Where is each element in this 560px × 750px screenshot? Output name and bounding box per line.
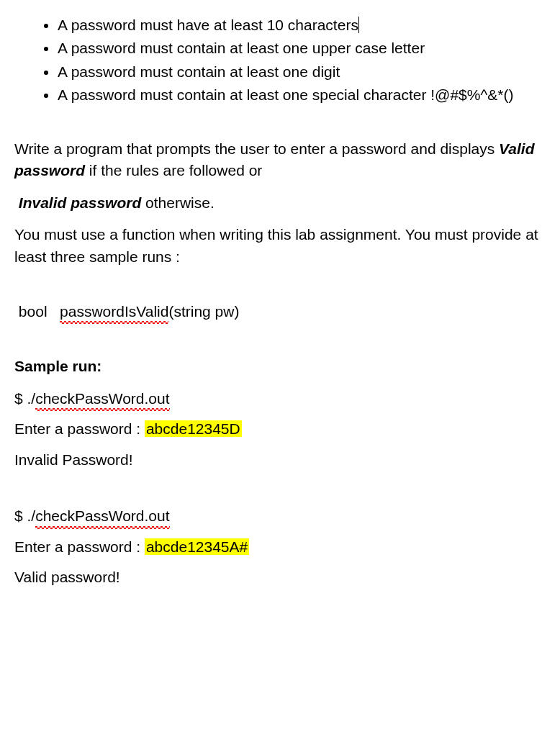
rule-text: A password must have at least 10 charact… <box>58 17 358 33</box>
instruction-paragraph-2: Invalid password otherwise. <box>14 192 546 214</box>
fn-return-type: bool <box>19 303 48 320</box>
invalid-password-label: Invalid password <box>19 194 141 211</box>
sample-run-heading: Sample run: <box>14 356 546 377</box>
text-cursor <box>358 17 359 33</box>
result-line: Valid password! <box>14 566 546 588</box>
password-input: abcde12345D <box>145 420 242 437</box>
prompt-label: Enter a password : <box>14 538 145 555</box>
cmd-prefix: $ ./ <box>14 507 35 524</box>
instruction-paragraph-1: Write a program that prompts the user to… <box>14 138 546 182</box>
instruction-text: Write a program that prompts the user to… <box>14 140 499 157</box>
function-requirement: You must use a function when writing thi… <box>14 224 546 268</box>
command-line: $ ./checkPassWord.out <box>14 505 546 527</box>
function-signature: bool passwordIsValid(string pw) <box>14 301 546 322</box>
result-line: Invalid Password! <box>14 449 546 471</box>
sample-run-block: $ ./checkPassWord.out Enter a password :… <box>14 388 546 471</box>
rule-text: A password must contain at least one dig… <box>58 63 340 80</box>
password-rules-list: A password must have at least 10 charact… <box>14 14 546 107</box>
instruction-text: if the rules are followed or <box>85 162 262 179</box>
rule-item: A password must contain at least one dig… <box>58 61 546 83</box>
executable-name: checkPassWord.out <box>35 388 169 410</box>
sample-run-block: $ ./checkPassWord.out Enter a password :… <box>14 505 546 588</box>
rule-item: A password must contain at least one upp… <box>58 37 546 59</box>
command-line: $ ./checkPassWord.out <box>14 388 546 410</box>
cmd-prefix: $ ./ <box>14 390 35 407</box>
rule-text: A password must contain at least one upp… <box>58 40 425 56</box>
prompt-label: Enter a password : <box>14 420 145 437</box>
password-input: abcde12345A# <box>145 538 249 555</box>
rule-item: A password must contain at least one spe… <box>58 84 546 106</box>
fn-name: passwordIsValid <box>60 301 168 322</box>
fn-params: (string pw) <box>168 303 239 320</box>
password-prompt-line: Enter a password : abcde12345A# <box>14 536 546 558</box>
rule-item: A password must have at least 10 charact… <box>58 14 546 36</box>
password-prompt-line: Enter a password : abcde12345D <box>14 418 546 440</box>
rule-text: A password must contain at least one spe… <box>58 86 513 103</box>
instruction-text: otherwise. <box>141 194 214 211</box>
executable-name: checkPassWord.out <box>35 505 169 527</box>
